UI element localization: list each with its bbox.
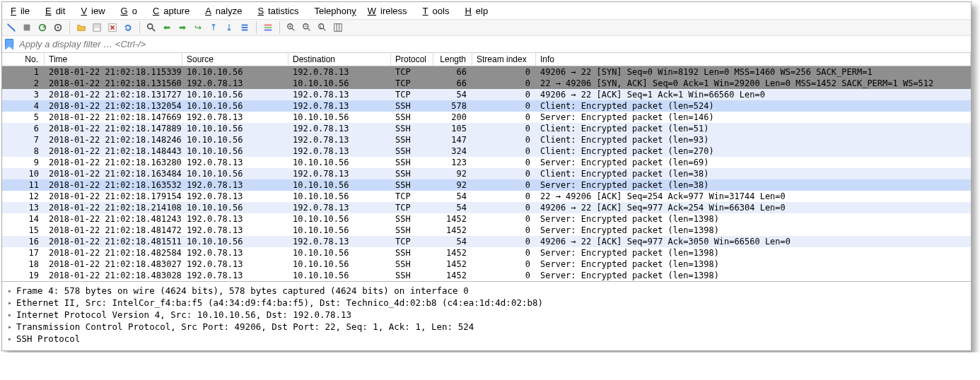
cell-time: 2018-01-22 21:02:18.131727 (45, 89, 182, 100)
menu-view[interactable]: View (76, 4, 113, 18)
menu-telephony[interactable]: Telephony (310, 4, 360, 18)
packet-row[interactable]: 92018-01-22 21:02:18.163280192.0.78.1310… (2, 157, 971, 168)
go-forward-icon[interactable]: ➡ (176, 21, 189, 34)
cell-no: 19 (2, 270, 45, 281)
resize-columns-icon[interactable] (332, 21, 344, 34)
packet-row[interactable]: 172018-01-22 21:02:18.482584192.0.78.131… (2, 247, 971, 259)
menu-capture[interactable]: Capture (148, 4, 198, 18)
cell-length: 92 (433, 168, 472, 179)
packet-list-header[interactable]: No. Time Source Destination Protocol Len… (2, 53, 971, 66)
cell-no: 14 (2, 213, 45, 225)
packet-row[interactable]: 62018-01-22 21:02:18.14788910.10.10.5619… (2, 123, 971, 134)
expand-icon[interactable]: ▸ (6, 336, 13, 343)
svg-line-8 (152, 28, 155, 31)
cell-proto: TCP (391, 191, 433, 202)
col-header-time[interactable]: Time (45, 53, 182, 66)
menu-go[interactable]: Go (117, 4, 146, 18)
svg-rect-0 (24, 25, 30, 31)
cell-time: 2018-01-22 21:02:18.147669 (45, 112, 182, 123)
cell-stream: 0 (472, 78, 536, 89)
menu-wireless[interactable]: Wireless (363, 4, 416, 18)
packet-row[interactable]: 122018-01-22 21:02:18.179154192.0.78.131… (2, 191, 971, 202)
goto-packet-icon[interactable]: ↪ (192, 21, 204, 34)
filter-bookmark-icon[interactable] (5, 39, 13, 50)
expand-icon[interactable]: ▸ (6, 299, 13, 307)
save-file-icon[interactable] (91, 21, 103, 34)
menu-analyze[interactable]: Analyze (201, 4, 250, 18)
go-back-icon[interactable]: ⬅ (161, 21, 173, 34)
col-header-info[interactable]: Info (536, 53, 971, 66)
colorize-icon[interactable] (262, 21, 274, 34)
menu-file[interactable]: File (6, 4, 38, 18)
cell-source: 192.0.78.13 (182, 112, 288, 123)
cell-length: 54 (433, 191, 472, 202)
display-filter-input[interactable] (16, 37, 968, 51)
capture-options-icon[interactable] (52, 21, 64, 34)
packet-row[interactable]: 132018-01-22 21:02:18.21410810.10.10.561… (2, 202, 971, 213)
start-capture-icon[interactable] (5, 21, 18, 34)
packet-row[interactable]: 142018-01-22 21:02:18.481243192.0.78.131… (2, 213, 971, 225)
menu-statistics[interactable]: Statistics (253, 4, 307, 18)
detail-ssh[interactable]: ▸ SSH Protocol (6, 333, 967, 345)
cell-no: 15 (2, 225, 45, 236)
svg-point-3 (57, 27, 59, 29)
packet-details[interactable]: ▸ Frame 4: 578 bytes on wire (4624 bits)… (2, 282, 971, 350)
packet-row[interactable]: 192018-01-22 21:02:18.483028192.0.78.131… (2, 270, 971, 281)
cell-info: Server: Encrypted packet (len=69) (536, 157, 971, 168)
goto-first-icon[interactable]: ⤒ (207, 21, 220, 34)
cell-info: Client: Encrypted packet (len=270) (536, 146, 971, 157)
goto-last-icon[interactable]: ⤓ (223, 21, 235, 34)
detail-ethernet[interactable]: ▸ Ethernet II, Src: IntelCor_f4:ba:f5 (a… (6, 297, 967, 309)
col-header-proto[interactable]: Protocol (391, 53, 433, 66)
cell-length: 66 (433, 78, 472, 89)
packet-row[interactable]: 102018-01-22 21:02:18.16348410.10.10.561… (2, 168, 971, 179)
menu-help[interactable]: Help (460, 4, 496, 18)
packet-row[interactable]: 32018-01-22 21:02:18.13172710.10.10.5619… (2, 89, 971, 100)
svg-point-7 (148, 24, 153, 29)
cell-dest: 10.10.10.56 (288, 270, 391, 281)
cell-time: 2018-01-22 21:02:18.481243 (45, 213, 182, 225)
svg-rect-11 (242, 30, 248, 31)
detail-ip[interactable]: ▸ Internet Protocol Version 4, Src: 10.1… (6, 309, 967, 321)
stop-capture-icon[interactable] (21, 21, 33, 34)
packet-list[interactable]: No. Time Source Destination Protocol Len… (2, 53, 971, 282)
expand-icon[interactable]: ▸ (6, 287, 13, 295)
packet-row[interactable]: 72018-01-22 21:02:18.14824610.10.10.5619… (2, 134, 971, 146)
close-file-icon[interactable] (106, 21, 119, 34)
cell-proto: SSH (391, 179, 433, 191)
packet-row[interactable]: 52018-01-22 21:02:18.147669192.0.78.1310… (2, 112, 971, 123)
packet-row[interactable]: 22018-01-22 21:02:18.131560192.0.78.1310… (2, 78, 971, 89)
col-header-source[interactable]: Source (182, 53, 288, 66)
col-header-no[interactable]: No. (2, 53, 45, 66)
cell-info: 49206 → 22 [ACK] Seq=977 Ack=254 Win=663… (536, 202, 971, 213)
packet-row[interactable]: 162018-01-22 21:02:18.48151110.10.10.561… (2, 236, 971, 247)
col-header-length[interactable]: Length (433, 53, 472, 66)
zoom-reset-icon[interactable]: 1 (316, 21, 329, 34)
auto-scroll-icon[interactable] (238, 21, 251, 34)
packet-row[interactable]: 42018-01-22 21:02:18.13205410.10.10.5619… (2, 100, 971, 112)
col-header-stream[interactable]: Stream index (472, 53, 536, 66)
expand-icon[interactable]: ▸ (6, 323, 13, 331)
packet-row[interactable]: 82018-01-22 21:02:18.14844310.10.10.5619… (2, 146, 971, 157)
menu-edit[interactable]: Edit (41, 4, 74, 18)
reload-file-icon[interactable] (122, 21, 134, 34)
packet-row[interactable]: 12018-01-22 21:02:18.11533910.10.10.5619… (2, 66, 971, 78)
cell-length: 92 (433, 179, 472, 191)
cell-no: 8 (2, 146, 45, 157)
detail-tcp[interactable]: ▸ Transmission Control Protocol, Src Por… (6, 321, 967, 333)
packet-row[interactable]: 152018-01-22 21:02:18.481472192.0.78.131… (2, 225, 971, 236)
cell-proto: SSH (391, 213, 433, 225)
cell-no: 13 (2, 202, 45, 213)
find-packet-icon[interactable] (145, 21, 158, 34)
zoom-out-icon[interactable] (301, 21, 313, 34)
packet-row[interactable]: 112018-01-22 21:02:18.163532192.0.78.131… (2, 179, 971, 191)
packet-row[interactable]: 182018-01-22 21:02:18.483027192.0.78.131… (2, 259, 971, 270)
open-file-icon[interactable] (75, 21, 88, 34)
restart-capture-icon[interactable] (36, 21, 49, 34)
cell-no: 12 (2, 191, 45, 202)
menu-tools[interactable]: Tools (419, 4, 458, 18)
zoom-in-icon[interactable] (285, 21, 298, 34)
expand-icon[interactable]: ▸ (6, 311, 13, 319)
detail-frame[interactable]: ▸ Frame 4: 578 bytes on wire (4624 bits)… (6, 285, 967, 297)
col-header-dest[interactable]: Destination (288, 53, 391, 66)
